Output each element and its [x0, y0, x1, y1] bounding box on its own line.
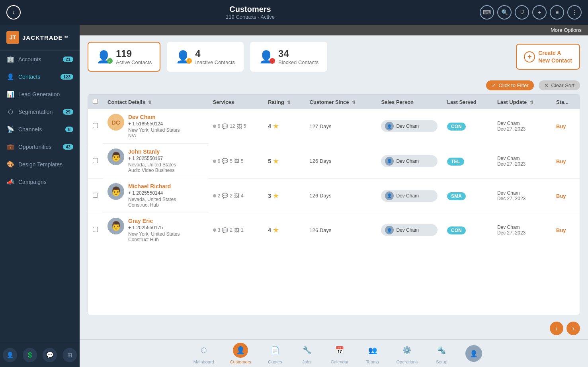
inactive-contacts-info: 4 Inactive Contacts: [195, 48, 235, 65]
bottom-nav-teams[interactable]: 👥 Teams: [357, 340, 389, 367]
sidebar-item-channels[interactable]: 📡 Channels 8: [0, 121, 80, 138]
rating-cell: 4 ★: [263, 213, 305, 247]
segmentation-icon: ⬡: [6, 108, 14, 115]
sidebar-item-design-templates[interactable]: 🎨 Design Templates: [0, 156, 80, 173]
click-to-filter-button[interactable]: ✓ Click to Filter: [486, 80, 534, 90]
col-rating[interactable]: Rating ⇅: [263, 95, 305, 109]
sidebar-item-accounts[interactable]: 🏢 Accounts 21: [0, 51, 80, 68]
col-sales-person[interactable]: Sales Person: [376, 95, 442, 109]
sidebar-item-campaigns[interactable]: 📣 Campaigns: [0, 173, 80, 191]
quotes-label: Quotes: [268, 359, 282, 364]
service-count-3: 4: [241, 193, 244, 199]
list-icon-btn[interactable]: ≡: [550, 5, 564, 20]
service-tag-badge: CON: [447, 226, 466, 234]
row-checkbox-0[interactable]: [93, 123, 98, 128]
table-row[interactable]: 👨 Michael Richard + 1 2025550144 Nevada,…: [88, 178, 580, 213]
sidebar-item-lead-generation[interactable]: 📊 Lead Generation: [0, 86, 80, 103]
bottom-nav-setup[interactable]: 🔩 Setup: [426, 340, 457, 367]
status-badge: Buy: [556, 193, 566, 199]
sidebar-person-icon[interactable]: 👤: [3, 348, 17, 362]
sidebar-dollar-icon[interactable]: 💲: [23, 348, 37, 362]
select-all-checkbox[interactable]: [93, 99, 98, 104]
col-last-update[interactable]: Last Update ⇅: [492, 95, 551, 109]
contact-name[interactable]: Michael Richard: [128, 183, 176, 189]
bottom-nav-mainboard[interactable]: ⬡ Mainboard: [186, 340, 222, 367]
next-page-button[interactable]: ›: [567, 322, 580, 335]
filter-icon-btn[interactable]: ⛉: [515, 5, 529, 20]
bottom-nav-operations[interactable]: ⚙️ Operations: [389, 340, 426, 367]
sales-person-info: 👤 Dev Cham: [381, 155, 438, 167]
service-other-icon: 🖼: [234, 227, 239, 233]
contact-name[interactable]: Gray Eric: [128, 218, 180, 224]
table-row[interactable]: 👨 John Stanly + 1 2025550167 Nevada, Uni…: [88, 144, 580, 178]
col-customer-since[interactable]: Customer Since ⇅: [305, 95, 377, 109]
row-checkbox-1[interactable]: [93, 158, 98, 163]
sales-person-info: 👤 Dev Cham: [381, 224, 438, 236]
create-contact-button[interactable]: + Create ANew Contact: [516, 44, 580, 69]
services-info: 3 💬 2 🖼 1: [213, 227, 259, 233]
bottom-nav-quotes[interactable]: 📄 Quotes: [259, 340, 291, 367]
operations-label: Operations: [397, 359, 418, 364]
back-button[interactable]: ‹: [6, 5, 21, 20]
sidebar-grid-icon[interactable]: ⊞: [63, 348, 77, 362]
plus-icon-btn[interactable]: +: [532, 5, 547, 20]
bottom-nav-calendar[interactable]: 📅 Calendar: [323, 340, 357, 367]
table-row[interactable]: DC Dev Cham + 1 5185550124 New York, Uni…: [88, 109, 580, 144]
col-last-served[interactable]: Last Served: [442, 95, 492, 109]
blocked-contacts-card[interactable]: 👤 − 34 Blocked Contacts: [250, 42, 327, 72]
service-count-1: 6: [218, 123, 221, 129]
rating-cell: 4 ★: [263, 109, 305, 144]
accounts-icon: 🏢: [6, 56, 14, 63]
sidebar-item-contacts[interactable]: 👤 Contacts 123: [0, 68, 80, 86]
service-msg-icon: 💬: [222, 193, 228, 199]
sales-person-cell: 👤 Dev Cham: [376, 213, 442, 247]
row-checkbox-3[interactable]: [93, 227, 98, 232]
sales-person-name: Dev Cham: [396, 227, 419, 233]
table-row[interactable]: 👨 Gray Eric + 1 2025550175 New York, Uni…: [88, 213, 580, 247]
col-services[interactable]: Services: [208, 95, 264, 109]
clear-sort-label: Clear Sort: [551, 82, 574, 88]
sidebar-item-opportunities[interactable]: 💼 Opportunities 43: [0, 138, 80, 156]
status-cell: Buy: [551, 144, 580, 178]
sidebar-message-icon[interactable]: 💬: [43, 348, 57, 362]
contact-details-cell: 👨 Michael Richard + 1 2025550144 Nevada,…: [103, 178, 208, 213]
avatar-photo: 👨: [107, 218, 124, 234]
filter-check-icon: ✓: [492, 82, 496, 88]
prev-page-button[interactable]: ‹: [550, 322, 563, 335]
col-status[interactable]: Sta...: [551, 95, 580, 109]
contacts-badge: 123: [61, 74, 73, 80]
jobs-icon: 🔧: [299, 343, 315, 358]
bottom-nav-customers[interactable]: 👤 Customers: [222, 340, 259, 367]
avatar-photo: 👨: [107, 183, 124, 200]
contact-info: Dev Cham + 1 5185550124 New York, United…: [128, 114, 180, 139]
service-tag-badge: TEL: [447, 158, 464, 166]
setup-label: Setup: [436, 359, 447, 364]
filter-row: ✓ Click to Filter ✕ Clear Sort: [80, 78, 588, 94]
col-contact-details[interactable]: Contact Details ⇅: [103, 95, 208, 109]
service-count-1: 6: [218, 158, 221, 164]
search-icon-btn[interactable]: 🔍: [497, 5, 512, 20]
bottom-nav-jobs[interactable]: 🔧 Jobs: [291, 340, 323, 367]
contact-company: Construct Hub: [128, 237, 180, 242]
contact-name[interactable]: Dev Cham: [128, 114, 180, 120]
clear-sort-button[interactable]: ✕ Clear Sort: [539, 80, 580, 90]
quotes-icon: 📄: [268, 343, 283, 358]
active-icon: 👤 ✓: [96, 50, 111, 64]
sidebar-item-segmentation[interactable]: ⬡ Segmentation 29: [0, 103, 80, 121]
calendar-icon: 📅: [332, 343, 347, 358]
avatar-initials: DC: [107, 114, 124, 131]
service-dot-icon: [213, 160, 216, 163]
row-checkbox-2[interactable]: [93, 193, 98, 198]
service-tag-badge: CON: [447, 123, 466, 131]
inactive-contacts-card[interactable]: 👤 ! 4 Inactive Contacts: [167, 42, 244, 72]
channels-label: Channels: [18, 126, 61, 133]
keyboard-icon-btn[interactable]: ⌨: [480, 5, 494, 20]
active-contacts-card[interactable]: 👤 ✓ 119 Active Contacts: [88, 42, 160, 72]
sales-person-name: Dev Cham: [396, 123, 419, 129]
profile-avatar[interactable]: 👤: [465, 345, 482, 362]
contact-name[interactable]: John Stanly: [128, 148, 176, 155]
mainboard-label: Mainboard: [193, 359, 214, 364]
contact-details-cell: 👨 John Stanly + 1 2025550167 Nevada, Uni…: [103, 144, 208, 178]
contact-location: New York, United States: [128, 127, 180, 133]
more-icon-btn[interactable]: ⋮: [567, 5, 582, 20]
